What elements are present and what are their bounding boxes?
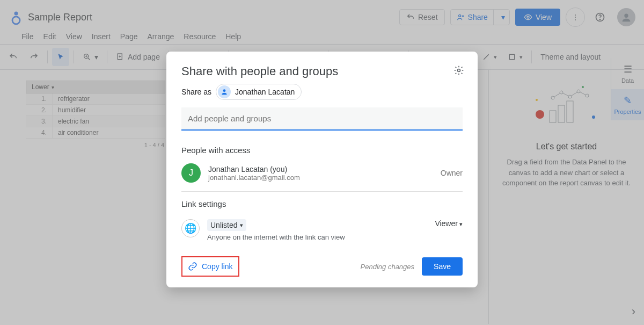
person-icon <box>218 85 231 98</box>
pending-changes-label: Pending changes <box>361 263 414 271</box>
globe-icon: 🌐 <box>181 219 200 237</box>
svg-point-32 <box>223 89 226 92</box>
add-people-input[interactable] <box>181 107 463 131</box>
owner-role: Owner <box>441 169 463 177</box>
link-role-dropdown[interactable]: Viewer <box>435 219 463 228</box>
share-modal: Share with people and groups Share as Jo… <box>166 52 478 287</box>
svg-point-31 <box>458 69 460 72</box>
people-with-access-heading: People with access <box>181 146 463 155</box>
copy-link-button[interactable]: Copy link <box>181 256 239 277</box>
modal-backdrop: Share with people and groups Share as Jo… <box>0 0 644 325</box>
owner-name: Jonathan Lacatan (you) <box>208 165 433 174</box>
link-icon <box>188 262 197 271</box>
save-button[interactable]: Save <box>422 257 463 276</box>
share-as-person-chip[interactable]: Jonathan Lacatan <box>216 84 302 100</box>
link-visibility-hint: Anyone on the internet with the link can… <box>207 233 427 241</box>
person-row: J Jonathan Lacatan (you) jonathanl.lacat… <box>181 160 463 192</box>
gear-icon <box>453 65 464 76</box>
owner-email: jonathanl.lacatan@gmail.com <box>208 174 433 182</box>
share-as-label: Share as <box>181 88 211 96</box>
share-settings-button[interactable] <box>451 62 467 78</box>
link-settings-heading: Link settings <box>181 199 463 208</box>
visibility-dropdown[interactable]: Unlisted▾ <box>207 219 246 231</box>
owner-avatar: J <box>181 163 201 183</box>
modal-title: Share with people and groups <box>181 64 463 78</box>
